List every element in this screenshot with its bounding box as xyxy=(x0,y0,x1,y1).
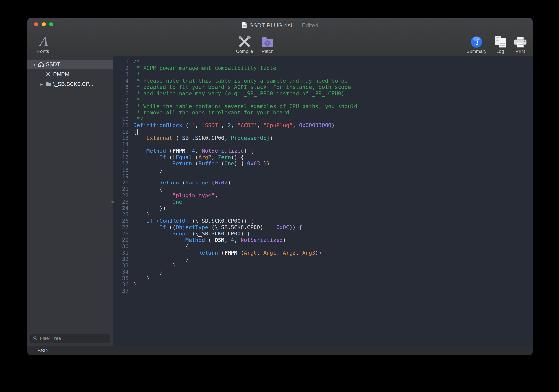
code-line: * remove all the ones irrelevant for you… xyxy=(134,110,533,116)
line-number: 9 xyxy=(113,110,129,116)
edited-badge: — Edited xyxy=(294,22,318,29)
code-line: } xyxy=(134,262,533,269)
folder-icon xyxy=(45,82,53,87)
code-line: { xyxy=(134,243,533,250)
sidebar: ▾SSDTPMPM▸\_SB.SCK0.CP... xyxy=(27,56,113,346)
line-number: 18 xyxy=(113,167,129,173)
line-number: 28 xyxy=(113,231,129,237)
disclosure-triangle-icon[interactable]: ▸ xyxy=(38,81,45,87)
print-button[interactable]: Print xyxy=(510,33,530,54)
line-number: 11 xyxy=(113,122,129,129)
code-line: } xyxy=(134,211,533,218)
fonts-icon: A xyxy=(39,33,48,48)
code-line: * Please note that this table is only a … xyxy=(134,78,533,84)
line-number: 21 xyxy=(113,186,129,192)
code-line: /* xyxy=(134,59,533,65)
code-line: { xyxy=(134,186,533,192)
filter-tree-input[interactable] xyxy=(39,335,107,341)
line-number: 36 xyxy=(113,282,129,288)
code-line xyxy=(134,141,533,148)
code-line: Method (_DSM, 4, NotSerialized) xyxy=(134,237,533,243)
compile-button[interactable]: Compile xyxy=(232,33,257,54)
toolbar: A Fonts Compile xyxy=(27,30,533,56)
code-line: If (LEqual (Arg2, Zero)) { xyxy=(134,154,533,160)
code-line: * xyxy=(134,71,533,78)
line-number: 2 xyxy=(113,65,129,71)
document-title: SSDT-PLUG.dsl xyxy=(249,22,292,29)
fonts-button[interactable]: A Fonts xyxy=(31,33,55,54)
tree-item-0[interactable]: ▾SSDT xyxy=(27,60,113,69)
code-line: } xyxy=(134,256,533,262)
minimize-button[interactable] xyxy=(42,22,46,26)
code-editor[interactable]: 1234567891011121314151617181920212223242… xyxy=(113,56,533,346)
window-header: SSDT-PLUG.dsl — Edited A Fonts xyxy=(27,18,533,56)
tree-item-label: SSDT xyxy=(46,61,60,68)
code-line: "plugin-type", xyxy=(134,192,533,199)
close-button[interactable] xyxy=(34,22,38,26)
filter-tree-field[interactable] xyxy=(30,334,110,343)
line-number: 20 xyxy=(113,180,129,186)
zoom-button[interactable] xyxy=(49,22,53,26)
line-number: 24 xyxy=(113,205,129,211)
code-line: Method (PMPM, 4, NotSerialized) { xyxy=(134,148,533,154)
line-number: 16 xyxy=(113,154,129,160)
code-line: * XCPM power management compatibility ta… xyxy=(134,65,533,71)
editor-code[interactable]: /* * XCPM power management compatibility… xyxy=(129,59,533,346)
compile-label: Compile xyxy=(236,49,253,54)
line-number: 30 xyxy=(113,243,129,250)
tree-item-2[interactable]: ▸\_SB.SCK0.CP... xyxy=(27,79,113,89)
code-line: * and device name may vary (e.g. _SB_.PR… xyxy=(134,90,533,97)
patch-label: Patch xyxy=(262,49,274,54)
main-area: ▾SSDTPMPM▸\_SB.SCK0.CP... 12345678910111… xyxy=(27,56,533,346)
code-line: Return (Buffer (One) { 0x03 }) xyxy=(134,160,533,167)
house-icon xyxy=(38,61,46,67)
search-icon xyxy=(33,336,37,341)
code-line: If (CondRefOf (\_SB.SCK0.CP00)) { xyxy=(134,218,533,224)
print-label: Print xyxy=(515,49,525,54)
tree-item-label: \_SB.SCK0.CP... xyxy=(53,81,93,87)
code-line: }) xyxy=(134,205,533,211)
line-number: 15 xyxy=(113,148,129,154)
summary-label: Summary xyxy=(466,49,486,54)
traffic-lights xyxy=(34,18,53,30)
splitter-handle[interactable] xyxy=(111,201,114,203)
fonts-label: Fonts xyxy=(37,49,49,54)
tree-item-label: PMPM xyxy=(53,71,69,77)
code-line: } xyxy=(134,282,533,288)
code-line: One xyxy=(134,199,533,205)
code-line: { xyxy=(134,129,533,135)
code-line: * xyxy=(134,97,533,103)
line-number: 5 xyxy=(113,84,129,90)
summary-button[interactable]: i Summary xyxy=(463,33,490,54)
disclosure-triangle-icon[interactable]: ▾ xyxy=(31,62,38,67)
code-line: Scope (\_SB.SCK0.CP00) { xyxy=(134,231,533,237)
line-number: 31 xyxy=(113,250,129,256)
window-title: SSDT-PLUG.dsl — Edited xyxy=(242,22,318,30)
code-line: */ xyxy=(134,116,533,122)
titlebar[interactable]: SSDT-PLUG.dsl — Edited xyxy=(27,18,533,30)
tree-item-1[interactable]: PMPM xyxy=(27,69,113,79)
status-bar: SSDT xyxy=(27,346,533,355)
line-number: 27 xyxy=(113,224,129,231)
code-line xyxy=(134,173,533,180)
compile-tools-icon xyxy=(237,33,252,48)
line-number: 6 xyxy=(113,90,129,97)
line-number: 10 xyxy=(113,116,129,122)
line-number: 13 xyxy=(113,135,129,141)
code-line: } xyxy=(134,167,533,173)
line-number: 3 xyxy=(113,71,129,78)
patch-gear-icon xyxy=(261,33,274,48)
line-number: 32 xyxy=(113,256,129,262)
code-line: } xyxy=(134,275,533,282)
line-number: 12 xyxy=(113,129,129,135)
code-line: Return (PMPM (Arg0, Arg1, Arg2, Arg3)) xyxy=(134,250,533,256)
code-line: DefinitionBlock ("", "SSDT", 2, "ACDT", … xyxy=(134,122,533,129)
line-number: 37 xyxy=(113,288,129,294)
line-number: 8 xyxy=(113,103,129,110)
code-line: * adapted to fit your board's ACPI stack… xyxy=(134,84,533,90)
status-path: SSDT xyxy=(37,348,50,354)
patch-button[interactable]: Patch xyxy=(257,33,278,54)
log-button[interactable]: Log xyxy=(491,33,509,54)
code-line: External (_SB_.SCK0.CP00, ProcessorObj) xyxy=(134,135,533,141)
method-icon xyxy=(45,72,53,77)
